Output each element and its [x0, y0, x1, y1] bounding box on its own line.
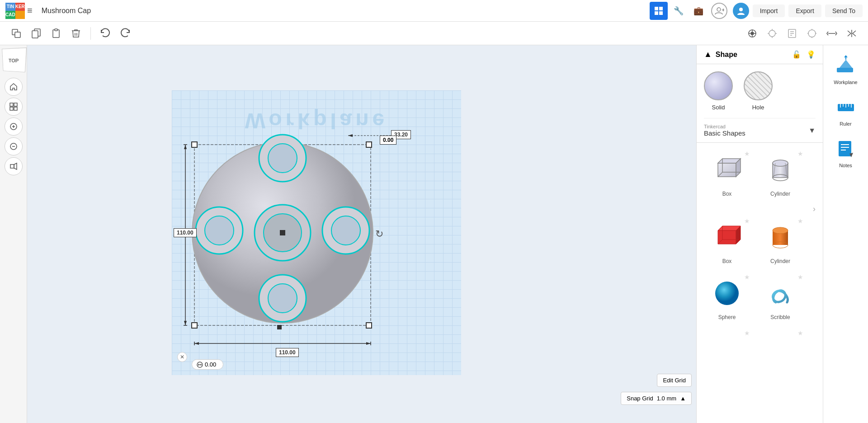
copy-button[interactable]	[27, 24, 45, 42]
box-label: Box	[722, 191, 732, 197]
export-button[interactable]: Export	[788, 5, 821, 17]
fit-screen-button[interactable]	[5, 98, 23, 116]
menu-icon[interactable]: ≡	[25, 4, 34, 18]
shape-options: Solid Hole	[697, 64, 823, 118]
library-section: Tinkercad Basic Shapes ▼	[697, 118, 823, 143]
shape-collapse-icon[interactable]: ▲	[704, 50, 712, 59]
star-icon[interactable]: ★	[797, 329, 803, 337]
cylinder-label: Cylinder	[770, 191, 790, 197]
svg-marker-98	[840, 60, 852, 68]
cylinder-solid-label: Cylinder	[770, 258, 790, 264]
handle-bl	[192, 323, 197, 328]
box-wireframe-preview	[709, 152, 745, 188]
user-avatar[interactable]	[733, 3, 749, 19]
z-value[interactable]: 0.00	[205, 361, 216, 368]
hole-option[interactable]: Hole	[744, 71, 773, 111]
align-button[interactable]	[823, 24, 841, 42]
measure-button[interactable]	[803, 24, 821, 42]
svg-marker-76	[718, 163, 736, 177]
svg-marker-87	[718, 230, 736, 244]
svg-rect-97	[837, 68, 853, 72]
workplane-icon	[834, 54, 858, 78]
shape-scribble[interactable]: ★ Scribble	[755, 272, 805, 324]
svg-marker-64	[184, 321, 187, 325]
svg-marker-46	[14, 163, 17, 169]
redo-button[interactable]	[116, 24, 134, 42]
snap-grid-arrow[interactable]: ▲	[680, 395, 686, 402]
sphere-label: Sphere	[718, 314, 736, 320]
library-collapse-icon[interactable]: ▼	[808, 127, 816, 135]
duplicate-button[interactable]	[7, 24, 25, 42]
toolbar2	[0, 22, 868, 45]
light-button[interactable]	[763, 24, 781, 42]
notes-tool[interactable]: Notes	[828, 134, 864, 172]
scribble-preview	[762, 275, 798, 311]
svg-marker-71	[348, 134, 353, 137]
z-input-container: 0.00	[192, 359, 223, 370]
notes-icon	[834, 137, 858, 161]
scribble-label: Scribble	[770, 314, 790, 320]
project-name: Mushroom Cap	[42, 7, 91, 15]
solid-preview	[704, 71, 733, 100]
svg-rect-9	[15, 32, 20, 38]
section-collapse-icon[interactable]: ›	[813, 204, 816, 214]
shape-light-icon[interactable]: 💡	[807, 50, 816, 59]
mirror-button[interactable]	[843, 24, 861, 42]
workplane-tool[interactable]: Workplane	[828, 51, 864, 89]
view-cube[interactable]: TOP	[2, 47, 27, 72]
shapes-row-1: ★ Box ★	[702, 216, 817, 268]
perspective-button[interactable]	[5, 157, 23, 175]
library-name: Basic Shapes	[704, 129, 745, 137]
dimension-close-button[interactable]: ✕	[177, 352, 187, 362]
rotate-handle: ↻	[375, 228, 383, 240]
svg-rect-0	[655, 7, 658, 10]
paste-button[interactable]	[47, 24, 65, 42]
svg-point-20	[769, 30, 775, 37]
star-icon[interactable]: ★	[744, 329, 750, 337]
import-button[interactable]: Import	[753, 5, 785, 17]
shape-cylinder-solid[interactable]: ★	[755, 216, 805, 268]
edit-grid-button[interactable]: Edit Grid	[657, 374, 692, 387]
sendto-button[interactable]: Send To	[825, 5, 863, 17]
zoom-in-button[interactable]	[5, 118, 23, 136]
logo-tin: TIN	[5, 3, 15, 11]
inspect-button[interactable]	[743, 24, 761, 42]
svg-rect-39	[14, 107, 17, 110]
svg-point-94	[773, 227, 788, 234]
shape-box-solid[interactable]: ★ Box	[702, 216, 752, 268]
grid-view-button[interactable]	[650, 2, 668, 20]
tools-button[interactable]: 🔧	[670, 2, 688, 20]
shape-cylinder-wireframe[interactable]: ★	[755, 148, 805, 201]
delete-button[interactable]	[67, 24, 85, 42]
add-user-button[interactable]	[711, 3, 727, 19]
viewport[interactable]: Workplane ↻	[27, 45, 696, 423]
briefcase-button[interactable]: 💼	[689, 2, 708, 20]
home-button[interactable]	[5, 78, 23, 96]
undo-button[interactable]	[96, 24, 114, 42]
note-view-button[interactable]	[783, 24, 801, 42]
solid-option[interactable]: Solid	[704, 71, 733, 111]
width-dimension-label: 110.00	[276, 348, 299, 357]
shape-placeholder-1[interactable]: ★	[702, 328, 752, 368]
shape-box-wireframe[interactable]: ★	[702, 148, 752, 201]
zoom-out-button[interactable]	[5, 137, 23, 155]
svg-marker-63	[184, 145, 187, 149]
box-solid-preview	[709, 219, 745, 255]
workplane-label: Workplane	[834, 80, 857, 85]
logo-empty	[15, 11, 25, 19]
svg-rect-59	[280, 230, 285, 235]
ruler-tool[interactable]: Ruler	[828, 92, 864, 130]
shape-sphere-solid[interactable]: ★ Sphe	[702, 272, 752, 324]
lock-icon[interactable]: 🔓	[792, 50, 801, 59]
shape-placeholder-2[interactable]: ★	[755, 328, 805, 368]
sphere-solid-preview	[709, 275, 745, 311]
svg-point-15	[751, 32, 754, 35]
cylinder-wireframe-preview	[762, 152, 798, 188]
svg-point-54	[331, 216, 360, 245]
shapes-row-2: ★ Sphe	[702, 272, 817, 324]
shapes-grid: ★	[697, 143, 823, 423]
svg-rect-3	[659, 11, 663, 15]
solid-label: Solid	[712, 104, 725, 111]
cylinder-solid-preview	[762, 219, 798, 255]
handle-tr	[366, 142, 372, 147]
